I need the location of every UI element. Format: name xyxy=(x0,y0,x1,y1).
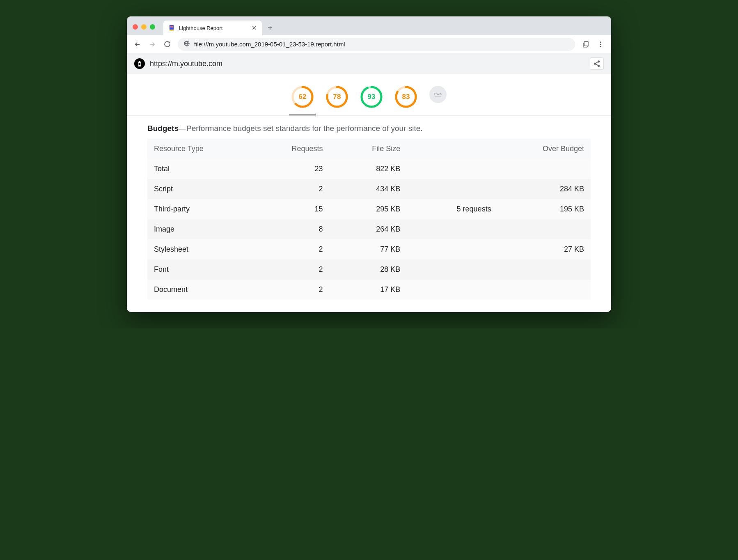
col-over-budget: Over Budget xyxy=(498,139,591,159)
cell-over-size: 195 KB xyxy=(498,199,591,219)
extensions-icon[interactable] xyxy=(579,38,592,51)
pwa-badge-icon: PWA xyxy=(429,86,447,103)
report-header: https://m.youtube.com xyxy=(127,53,611,74)
cell-resource-type: Font xyxy=(147,259,254,280)
pwa-gauge[interactable]: PWA xyxy=(429,86,447,108)
svg-point-5 xyxy=(600,44,601,45)
tested-url: https://m.youtube.com xyxy=(150,60,585,68)
cell-requests: 2 xyxy=(254,179,330,199)
close-window-button[interactable] xyxy=(133,24,138,30)
cell-over-size xyxy=(498,259,591,280)
budgets-description: Budgets—Performance budgets set standard… xyxy=(147,124,591,133)
cell-over-size: 284 KB xyxy=(498,179,591,199)
new-tab-button[interactable]: + xyxy=(262,23,278,35)
score-gauges: 62 78 93 83 PWA xyxy=(127,74,611,116)
cell-resource-type: Script xyxy=(147,179,254,199)
browser-toolbar: file:///m.youtube.com_2019-05-01_23-53-1… xyxy=(127,35,611,53)
gauge-value: 83 xyxy=(395,86,417,108)
table-row: Script 2 434 KB 284 KB xyxy=(147,179,591,199)
cell-requests: 2 xyxy=(254,239,330,259)
maximize-window-button[interactable] xyxy=(150,24,155,30)
table-header-row: Resource Type Requests File Size Over Bu… xyxy=(147,139,591,159)
cell-resource-type: Document xyxy=(147,280,254,300)
cell-file-size: 822 KB xyxy=(330,159,417,179)
score-gauge[interactable]: 78 xyxy=(326,86,348,108)
browser-tab[interactable]: Lighthouse Report ✕ xyxy=(163,21,262,35)
cell-resource-type: Total xyxy=(147,159,254,179)
menu-icon[interactable] xyxy=(594,38,607,51)
cell-file-size: 28 KB xyxy=(330,259,417,280)
cell-resource-type: Image xyxy=(147,219,254,239)
cell-resource-type: Stylesheet xyxy=(147,239,254,259)
cell-over-requests xyxy=(417,280,497,300)
cell-over-size: 27 KB xyxy=(498,239,591,259)
gauge-value: 62 xyxy=(291,86,314,108)
cell-over-requests xyxy=(417,259,497,280)
cell-over-requests xyxy=(417,179,497,199)
budgets-section: Budgets—Performance budgets set standard… xyxy=(127,116,611,312)
cell-requests: 15 xyxy=(254,199,330,219)
tab-title: Lighthouse Report xyxy=(179,25,248,31)
budgets-heading-rest: —Performance budgets set standards for t… xyxy=(179,124,423,133)
window-controls xyxy=(133,24,163,35)
score-gauge[interactable]: 83 xyxy=(395,86,417,108)
col-requests: Requests xyxy=(254,139,330,159)
table-row: Stylesheet 2 77 KB 27 KB xyxy=(147,239,591,259)
browser-window: Lighthouse Report ✕ + file:///m.youtube.… xyxy=(127,16,611,312)
table-row: Third-party 15 295 KB 5 requests 195 KB xyxy=(147,199,591,219)
svg-point-4 xyxy=(600,41,601,43)
budgets-heading: Budgets xyxy=(147,124,179,133)
cell-over-size xyxy=(498,219,591,239)
col-over-budget-requests xyxy=(417,139,497,159)
address-bar[interactable]: file:///m.youtube.com_2019-05-01_23-53-1… xyxy=(178,38,575,51)
titlebar: Lighthouse Report ✕ + xyxy=(127,16,611,35)
budgets-table-body: Total 23 822 KB Script 2 434 KB 284 KB T… xyxy=(147,159,591,300)
url-text: file:///m.youtube.com_2019-05-01_23-53-1… xyxy=(194,41,345,48)
globe-icon xyxy=(183,40,190,48)
cell-over-size xyxy=(498,159,591,179)
cell-requests: 8 xyxy=(254,219,330,239)
cell-resource-type: Third-party xyxy=(147,199,254,219)
share-button[interactable] xyxy=(590,57,604,70)
svg-rect-1 xyxy=(170,26,173,28)
lighthouse-logo-icon xyxy=(134,58,145,69)
forward-button[interactable] xyxy=(146,38,159,51)
score-gauge[interactable]: 62 xyxy=(291,86,314,108)
cell-requests: 2 xyxy=(254,280,330,300)
svg-point-6 xyxy=(600,46,601,47)
table-row: Font 2 28 KB xyxy=(147,259,591,280)
cell-over-requests xyxy=(417,219,497,239)
table-row: Total 23 822 KB xyxy=(147,159,591,179)
col-file-size: File Size xyxy=(330,139,417,159)
back-button[interactable] xyxy=(131,38,144,51)
cell-requests: 23 xyxy=(254,159,330,179)
cell-file-size: 264 KB xyxy=(330,219,417,239)
lighthouse-favicon-icon xyxy=(168,25,175,31)
cell-over-size xyxy=(498,280,591,300)
minimize-window-button[interactable] xyxy=(141,24,147,30)
close-tab-icon[interactable]: ✕ xyxy=(252,24,257,32)
cell-over-requests: 5 requests xyxy=(417,199,497,219)
cell-file-size: 295 KB xyxy=(330,199,417,219)
col-resource-type: Resource Type xyxy=(147,139,254,159)
cell-over-requests xyxy=(417,239,497,259)
budgets-table: Resource Type Requests File Size Over Bu… xyxy=(147,139,591,300)
svg-rect-2 xyxy=(170,30,174,31)
cell-over-requests xyxy=(417,159,497,179)
score-gauge[interactable]: 93 xyxy=(360,86,383,108)
cell-file-size: 17 KB xyxy=(330,280,417,300)
cell-file-size: 77 KB xyxy=(330,239,417,259)
cell-file-size: 434 KB xyxy=(330,179,417,199)
table-row: Document 2 17 KB xyxy=(147,280,591,300)
table-row: Image 8 264 KB xyxy=(147,219,591,239)
gauge-value: 93 xyxy=(360,86,383,108)
reload-button[interactable] xyxy=(160,38,174,51)
gauge-value: 78 xyxy=(326,86,348,108)
cell-requests: 2 xyxy=(254,259,330,280)
